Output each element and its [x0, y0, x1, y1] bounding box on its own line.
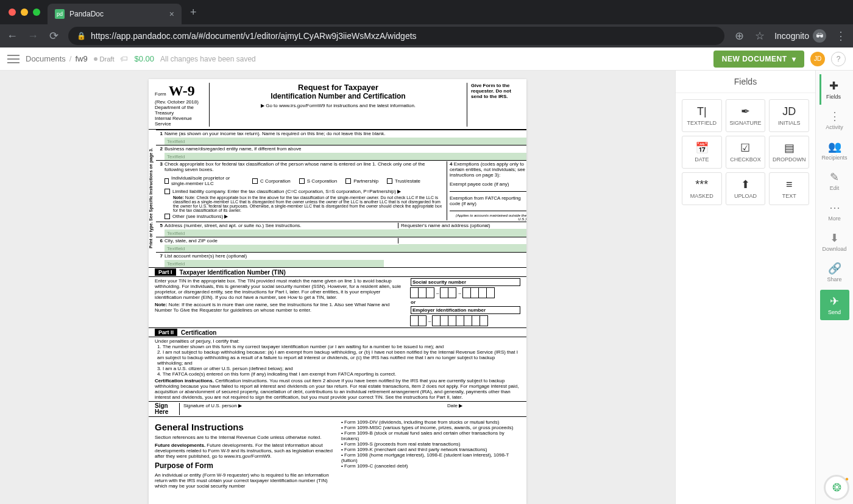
- rail-edit[interactable]: ✎Edit: [821, 166, 847, 196]
- rail-icon: ✎: [830, 170, 839, 184]
- document-canvas[interactable]: Form W-9 (Rev. October 2018) Department …: [0, 71, 675, 504]
- field-tile-masked[interactable]: ***MASKED: [682, 172, 722, 205]
- close-tab-icon[interactable]: ×: [169, 9, 174, 19]
- rail-share[interactable]: 🔗Share: [821, 257, 847, 287]
- address-bar[interactable]: 🔒 https://app.pandadoc.com/a/#/document/…: [68, 27, 724, 45]
- field-tile-signature[interactable]: ✒SIGNATURE: [726, 99, 766, 132]
- gen-p1: Section references are to the Internal R…: [155, 435, 334, 440]
- rail-download[interactable]: ⬇Download: [821, 226, 847, 257]
- menu-button[interactable]: [7, 55, 19, 63]
- document-page: Form W-9 (Rev. October 2018) Department …: [149, 79, 526, 504]
- rail-icon: 👥: [828, 140, 841, 153]
- form-rev: (Rev. October 2018): [155, 99, 207, 105]
- ssn-label: Social security number: [411, 278, 520, 286]
- rail-recipients[interactable]: 👥Recipients: [821, 135, 847, 166]
- field-tile-label: SIGNATURE: [730, 120, 762, 126]
- side-instructions: Print or type. See Specific Instructions…: [149, 130, 156, 267]
- rail-fields[interactable]: ✚Fields: [819, 74, 845, 105]
- help-button[interactable]: ?: [831, 52, 846, 66]
- crumb-sep: /: [69, 54, 72, 63]
- textfield-line2[interactable]: Textfield: [165, 153, 526, 160]
- textfield-line7[interactable]: Textfield: [165, 260, 384, 267]
- new-tab-button[interactable]: +: [190, 6, 197, 19]
- new-document-button[interactable]: NEW DOCUMENT ▾: [713, 51, 804, 68]
- form-title-1: Request for Taxpayer: [213, 83, 463, 92]
- part2-badge: Part II: [155, 329, 177, 336]
- opt-scorp[interactable]: S Corporation: [307, 178, 337, 184]
- browser-tab[interactable]: pd PandaDoc ×: [48, 4, 182, 24]
- save-status: All changes have been saved: [160, 55, 256, 63]
- field-tile-text[interactable]: ≡TEXT: [769, 172, 809, 205]
- field-tile-label: DROPDOWN: [773, 156, 806, 163]
- line4-label: Exemptions (codes apply only to certain …: [450, 161, 525, 178]
- b5: Form 1098 (home mortgage interest), 1098…: [341, 452, 509, 463]
- crumb-root[interactable]: Documents: [26, 54, 66, 63]
- field-tile-textfield[interactable]: T|TEXTFIELD: [682, 99, 722, 132]
- rail-more[interactable]: ⋯More: [821, 196, 847, 226]
- crumb-doc-name[interactable]: fw9: [75, 54, 87, 63]
- lock-icon: 🔒: [77, 32, 86, 40]
- opt-other[interactable]: Other (see instructions) ▶: [172, 214, 228, 219]
- reload-button[interactable]: ⟳: [48, 29, 60, 43]
- minimize-window-icon[interactable]: [21, 9, 28, 16]
- rail-activity[interactable]: ⋮Activity: [821, 105, 847, 135]
- form-dept: Department of the Treasury: [155, 105, 207, 116]
- opt-partnership[interactable]: Partnership: [353, 178, 378, 184]
- star-icon[interactable]: ☆: [754, 29, 766, 43]
- incognito-badge: Incognito 🕶: [774, 29, 826, 43]
- incognito-icon: 🕶: [813, 29, 826, 43]
- part1-badge: Part I: [155, 268, 176, 276]
- field-tile-dropdown[interactable]: ▤DROPDOWN: [769, 136, 809, 169]
- line4a-label: Exempt payee code (if any): [450, 181, 526, 187]
- opt-individual[interactable]: Individual/sole proprietor or single-mem…: [171, 175, 244, 186]
- field-tile-label: INITIALS: [778, 120, 801, 126]
- sign-of: Signature of U.S. person ▶: [183, 403, 242, 408]
- send-button[interactable]: ✈ Send: [820, 290, 849, 320]
- favicon-icon: pd: [55, 9, 65, 19]
- form-number: W-9: [169, 83, 195, 99]
- tab-title: PandaDoc: [69, 10, 104, 18]
- rail-icon: 🔗: [828, 262, 841, 275]
- line3-label: Check appropriate box for federal tax cl…: [165, 161, 425, 172]
- opt-ccorp[interactable]: C Corporation: [260, 178, 291, 184]
- rail-icon: ⋯: [829, 201, 840, 214]
- maximize-window-icon[interactable]: [33, 9, 40, 16]
- sign-date: Date ▶: [447, 403, 462, 408]
- part2-intro: Under penalties of perjury, I certify th…: [155, 338, 520, 344]
- chat-fab[interactable]: ❂: [824, 475, 849, 500]
- breadcrumb: Documents / fw9: [26, 54, 88, 63]
- line5-label: Address (number, street, and apt. or sui…: [165, 223, 398, 228]
- send-label: Send: [828, 309, 841, 315]
- give-form-note: Give Form to the requester. Do not send …: [467, 83, 520, 127]
- close-window-icon[interactable]: [9, 9, 16, 16]
- gen-instr-title: General Instructions: [155, 422, 334, 432]
- field-tile-initials[interactable]: JDINITIALS: [769, 99, 809, 132]
- cert2: I am not subject to backup withholding b…: [157, 349, 518, 366]
- opt-trust[interactable]: Trust/estate: [395, 178, 420, 184]
- field-tile-label: CHECKBOX: [730, 156, 761, 163]
- avatar[interactable]: JD: [810, 52, 825, 66]
- line7-label: List account number(s) here (optional): [165, 253, 526, 259]
- opt-llc[interactable]: Limited liability company. Enter the tax…: [172, 189, 401, 194]
- textfield-line1[interactable]: Textfield: [165, 138, 526, 145]
- rail-label: Activity: [826, 124, 843, 130]
- back-button[interactable]: ←: [6, 30, 18, 43]
- form-irs: Internal Revenue Service: [155, 116, 207, 127]
- rail-label: Fields: [826, 94, 841, 100]
- field-tile-checkbox[interactable]: ☑CHECKBOX: [726, 136, 766, 169]
- price-label: $0.00: [134, 54, 154, 63]
- zoom-icon[interactable]: ⊕: [733, 29, 745, 43]
- cert1: The number shown on this form is my corr…: [163, 344, 444, 349]
- tag-icon[interactable]: 🏷: [120, 54, 128, 63]
- field-tile-upload[interactable]: ⬆UPLOAD: [726, 172, 766, 205]
- browser-menu-icon[interactable]: ⋮: [835, 29, 847, 43]
- ein-label: Employer identification number: [411, 306, 520, 314]
- forward-button[interactable]: →: [27, 30, 39, 43]
- rail-label: Recipients: [821, 155, 847, 161]
- b0: Form 1099-DIV (dividends, including thos…: [344, 419, 499, 425]
- textfield-line6[interactable]: Textfield: [165, 245, 398, 252]
- rail-icon: ⬇: [830, 231, 839, 245]
- field-tile-date[interactable]: 📅DATE: [682, 136, 722, 169]
- textfield-line5[interactable]: Textfield: [165, 229, 398, 237]
- field-tile-icon: ☑: [740, 142, 750, 154]
